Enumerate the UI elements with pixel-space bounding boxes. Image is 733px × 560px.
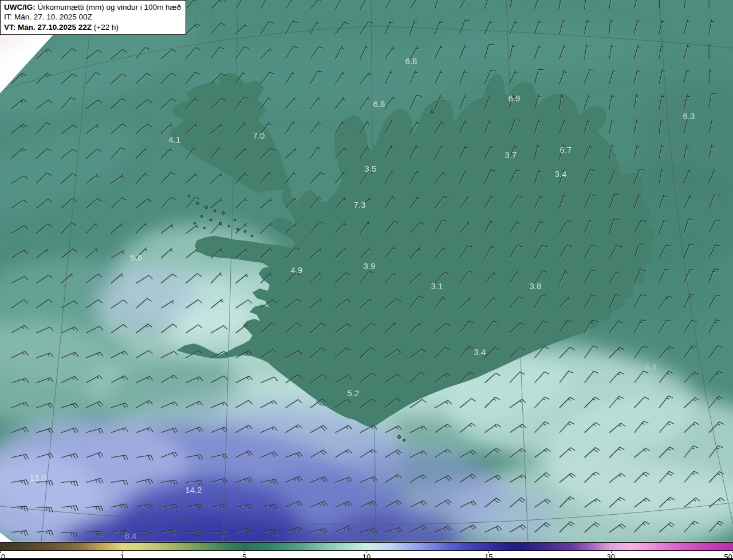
title-line-valid: VT: Mán. 27.10.2025 22Z (+22 h) bbox=[4, 22, 181, 32]
precip-value-label: 4.1 bbox=[169, 135, 181, 144]
precip-value-label: 6.9 bbox=[509, 93, 521, 103]
precip-value-label: 6.8 bbox=[405, 56, 417, 66]
precip-value-label: 5.2 bbox=[348, 388, 360, 398]
forecast-map: 6.86.86.96.34.17.03.76.73.43.57.35.64.93… bbox=[0, 0, 733, 542]
init-time: IT: Mán. 27. 10. 2025 00Z bbox=[4, 13, 92, 21]
model-id: UWC/IG: bbox=[4, 3, 36, 11]
valid-offset: (+22 h) bbox=[92, 23, 119, 31]
precip-value-label: 7.3 bbox=[354, 200, 366, 210]
precip-value-label: 8.4 bbox=[125, 531, 137, 541]
title-line-product: UWC/IG: Úrkomumætti (mm) og vindur i 100… bbox=[4, 2, 181, 12]
valid-time: VT: Mán. 27.10.2025 22Z bbox=[4, 23, 92, 31]
precip-value-label: 4.9 bbox=[291, 265, 303, 275]
precip-value-label: 3.9 bbox=[364, 261, 376, 271]
precip-value-label: 5.6 bbox=[131, 253, 143, 262]
colorbar-ticks: 01510153050 bbox=[0, 551, 733, 558]
precip-value-label: 7.0 bbox=[253, 131, 265, 140]
title-box: UWC/IG: Úrkomumætti (mm) og vindur i 100… bbox=[0, 0, 186, 35]
precip-value-label: 3.7 bbox=[505, 150, 517, 160]
precip-value-label: 8.3 bbox=[645, 362, 657, 372]
precip-value-label: 6.3 bbox=[683, 111, 695, 121]
precip-value-label: 3.5 bbox=[365, 164, 377, 173]
precip-value-label: 3.4 bbox=[474, 347, 486, 357]
precip-value-label: 6.8 bbox=[373, 99, 385, 109]
colorbar-gradient bbox=[0, 542, 733, 551]
precip-value-label: 14.2 bbox=[185, 485, 202, 495]
precip-value-label: 6.7 bbox=[560, 145, 572, 155]
colorbar: 01510153050 bbox=[0, 542, 733, 560]
product-name: Úrkomumætti (mm) og vindur i 100m hæð bbox=[36, 3, 181, 11]
colorbar-tick-mark bbox=[0, 551, 1, 553]
title-line-init: IT: Mán. 27. 10. 2025 00Z bbox=[4, 12, 181, 22]
weather-map-page: 6.86.86.96.34.17.03.76.73.43.57.35.64.93… bbox=[0, 0, 733, 560]
precip-value-label: 3.4 bbox=[555, 169, 567, 179]
precip-value-label: 3.8 bbox=[530, 281, 542, 291]
precip-value-label: 13.0 bbox=[29, 473, 46, 483]
precip-value-label: 3.1 bbox=[431, 281, 443, 291]
